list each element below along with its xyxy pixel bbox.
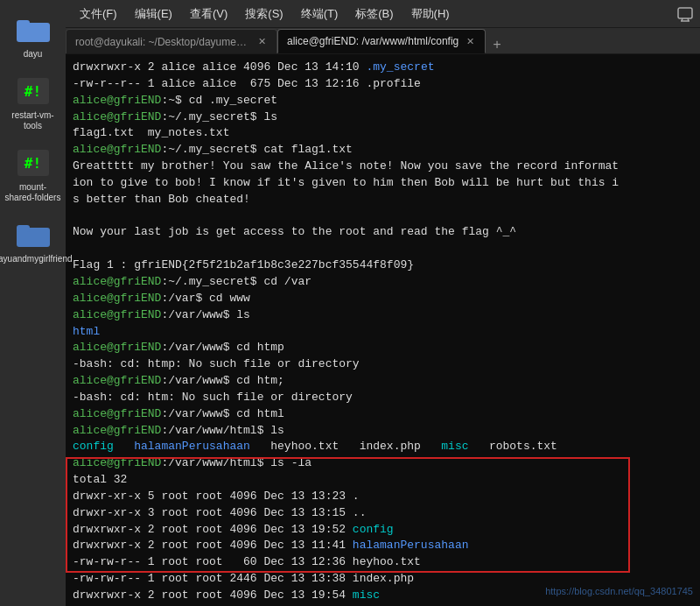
line-17: html	[73, 324, 693, 341]
line-19: -bash: cd: htmp: No such file or directo…	[73, 356, 693, 373]
line-21: -bash: cd: htm: No such file or director…	[73, 390, 693, 406]
line-27: drwxr-xr-x 5 root root 4096 Dec 13 13:23…	[73, 489, 693, 505]
sidebar-item-restart-label: restart-vm-tools	[5, 110, 61, 131]
sidebar-item-mount-label: mount-shared-folders	[5, 182, 61, 203]
line-18: alice@gfriEND:/var/www$ cd htmp	[73, 340, 693, 356]
line-8: ion to give to bob! I know if it's given…	[73, 175, 693, 192]
line-16: alice@gfriEND:/var/www$ ls	[73, 307, 693, 324]
terminal-icon-2: #!	[16, 145, 51, 180]
menu-help[interactable]: 帮助(H)	[404, 3, 457, 25]
folder-icon	[16, 12, 51, 47]
tab-root-close[interactable]: ✕	[256, 36, 268, 48]
line-30: drwxrwxr-x 2 root root 4096 Dec 13 11:41…	[73, 538, 693, 554]
line-5: flag1.txt my_notes.txt	[73, 125, 693, 142]
terminal-content[interactable]: drwxrwxr-x 2 alice alice 4096 Dec 13 14:…	[66, 54, 700, 606]
desktop: dayu #! restart-vm-tools #! mount-shared…	[0, 0, 700, 606]
svg-rect-1	[17, 20, 30, 27]
menu-file[interactable]: 文件(F)	[73, 3, 124, 25]
line-6: alice@gfriEND:~/.my_secret$ cat flag1.tx…	[73, 142, 693, 159]
line-14: alice@gfriEND:~/.my_secret$ cd /var	[73, 274, 693, 291]
line-13: Flag 1 : gfriEND{2f5f21b2af1b8c3e227bcf3…	[73, 257, 693, 274]
line-12	[73, 241, 693, 257]
title-bar: 文件(F) 编辑(E) 查看(V) 搜索(S) 终端(T) 标签(B) 帮助(H…	[66, 0, 700, 28]
menu-tabs[interactable]: 标签(B)	[348, 3, 400, 25]
line-9: s better than Bob cheated!	[73, 192, 693, 208]
tab-alice-close[interactable]: ✕	[464, 35, 476, 47]
sidebar-item-mount-shared-folders[interactable]: #! mount-shared-folders	[4, 142, 63, 207]
line-23: alice@gfriEND:/var/www/html$ ls	[73, 423, 693, 440]
line-4: alice@gfriEND:~/.my_secret$ ls	[73, 109, 693, 126]
sidebar-item-dayuandmygirlfriend-label: dayuandmygirlfriend	[0, 254, 73, 264]
line-24: config halamanPerusahaan heyhoo.txt inde…	[73, 439, 693, 455]
line-28: drwxr-xr-x 3 root root 4096 Dec 13 13:15…	[73, 505, 693, 522]
line-31: -rw-rw-r-- 1 root root 60 Dec 13 12:36 h…	[73, 554, 693, 571]
line-3: alice@gfriEND:~$ cd .my_secret	[73, 93, 693, 109]
screen-icon[interactable]	[677, 6, 693, 22]
svg-rect-3	[17, 225, 30, 232]
sidebar-item-dayu[interactable]: dayu	[4, 9, 63, 63]
line-1: drwxrwxr-x 2 alice alice 4096 Dec 13 14:…	[73, 60, 693, 76]
line-7: Greattttt my brother! You saw the Alice'…	[73, 159, 693, 175]
line-15: alice@gfriEND:/var$ cd www	[73, 291, 693, 307]
menu-view[interactable]: 查看(V)	[183, 3, 234, 25]
menu-search[interactable]: 搜索(S)	[238, 3, 290, 25]
line-29: drwxrwxr-x 2 root root 4096 Dec 13 19:52…	[73, 522, 693, 539]
menu-terminal[interactable]: 终端(T)	[294, 3, 346, 25]
line-11: Now your last job is get access to the r…	[73, 224, 693, 241]
new-tab-button[interactable]: +	[486, 38, 508, 53]
menu-edit[interactable]: 编辑(E)	[128, 3, 179, 25]
sidebar: dayu #! restart-vm-tools #! mount-shared…	[0, 0, 66, 606]
tabs-bar: root@dayukali: ~/Desktop/dayumeandm... ✕…	[66, 28, 700, 54]
sidebar-item-dayu-label: dayu	[24, 49, 43, 60]
line-2: -rw-r--r-- 1 alice alice 675 Dec 13 12:1…	[73, 76, 693, 93]
line-26: total 32	[73, 472, 693, 489]
line-20: alice@gfriEND:/var/www$ cd htm;	[73, 373, 693, 390]
folder-icon-2	[16, 217, 51, 252]
line-25: alice@gfriEND:/var/www/html$ ls -la	[73, 455, 693, 472]
tab-alice-label: alice@gfriEND: /var/www/html/config	[287, 35, 458, 47]
watermark: https://blog.csdn.net/qq_34801745	[545, 585, 693, 599]
tab-alice[interactable]: alice@gfriEND: /var/www/html/config ✕	[277, 29, 486, 53]
terminal-window: 文件(F) 编辑(E) 查看(V) 搜索(S) 终端(T) 标签(B) 帮助(H…	[66, 0, 700, 606]
sidebar-item-dayuandmygirlfriend[interactable]: dayuandmygirlfriend	[4, 214, 63, 268]
svg-rect-4	[678, 8, 692, 18]
tab-root-label: root@dayukali: ~/Desktop/dayumeandm...	[75, 36, 250, 48]
line-10	[73, 208, 693, 225]
line-22: alice@gfriEND:/var/www$ cd html	[73, 406, 693, 423]
sidebar-item-restart-vm-tools[interactable]: #! restart-vm-tools	[4, 70, 63, 135]
menu-bar: 文件(F) 编辑(E) 查看(V) 搜索(S) 终端(T) 标签(B) 帮助(H…	[66, 3, 464, 25]
tab-root[interactable]: root@dayukali: ~/Desktop/dayumeandm... ✕	[66, 29, 277, 53]
terminal-icon: #!	[16, 74, 51, 109]
